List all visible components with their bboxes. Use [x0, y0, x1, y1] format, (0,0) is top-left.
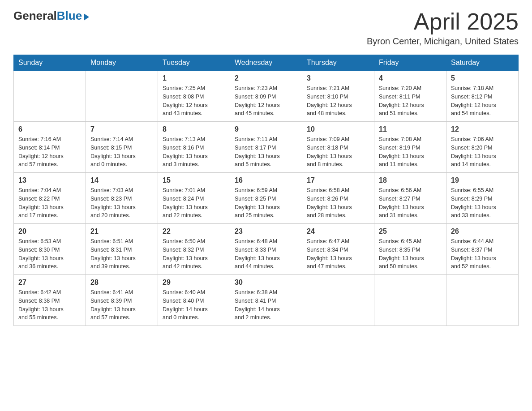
- weekday-header-saturday: Saturday: [446, 55, 519, 71]
- day-number: 11: [379, 125, 442, 133]
- day-info: Sunrise: 6:40 AMSunset: 8:40 PMDaylight:…: [163, 288, 225, 322]
- weekday-header-monday: Monday: [86, 55, 158, 71]
- calendar-cell: 9Sunrise: 7:11 AMSunset: 8:17 PMDaylight…: [230, 122, 302, 173]
- day-number: 30: [235, 278, 297, 287]
- logo-blue-part: Blue: [57, 9, 89, 23]
- day-info: Sunrise: 6:59 AMSunset: 8:25 PMDaylight:…: [235, 186, 297, 220]
- day-info: Sunrise: 6:42 AMSunset: 8:38 PMDaylight:…: [18, 288, 81, 322]
- calendar-cell: 12Sunrise: 7:06 AMSunset: 8:20 PMDayligh…: [446, 122, 519, 173]
- day-info: Sunrise: 7:14 AMSunset: 8:15 PMDaylight:…: [90, 135, 153, 169]
- calendar-week-row: 6Sunrise: 7:16 AMSunset: 8:14 PMDaylight…: [14, 122, 519, 173]
- day-number: 25: [379, 227, 442, 235]
- day-number: 3: [307, 74, 369, 82]
- calendar-cell: 13Sunrise: 7:04 AMSunset: 8:22 PMDayligh…: [14, 173, 86, 224]
- calendar-week-row: 13Sunrise: 7:04 AMSunset: 8:22 PMDayligh…: [14, 173, 519, 224]
- day-info: Sunrise: 6:41 AMSunset: 8:39 PMDaylight:…: [90, 288, 153, 322]
- calendar-cell: 21Sunrise: 6:51 AMSunset: 8:31 PMDayligh…: [86, 224, 158, 275]
- calendar-cell: [374, 275, 446, 326]
- day-info: Sunrise: 6:50 AMSunset: 8:32 PMDaylight:…: [163, 237, 225, 271]
- day-number: 21: [90, 227, 153, 235]
- location-title: Byron Center, Michigan, United States: [367, 36, 519, 47]
- day-number: 27: [18, 278, 81, 287]
- day-number: 12: [451, 125, 514, 133]
- day-info: Sunrise: 7:21 AMSunset: 8:10 PMDaylight:…: [307, 84, 369, 118]
- day-info: Sunrise: 7:03 AMSunset: 8:23 PMDaylight:…: [90, 186, 153, 220]
- day-number: 10: [307, 125, 369, 133]
- day-info: Sunrise: 7:08 AMSunset: 8:19 PMDaylight:…: [379, 135, 442, 169]
- day-number: 22: [163, 227, 225, 235]
- calendar-week-row: 1Sunrise: 7:25 AMSunset: 8:08 PMDaylight…: [14, 71, 519, 122]
- weekday-header-row: SundayMondayTuesdayWednesdayThursdayFrid…: [14, 55, 519, 71]
- calendar-cell: 29Sunrise: 6:40 AMSunset: 8:40 PMDayligh…: [158, 275, 230, 326]
- calendar-cell: [86, 71, 158, 122]
- day-info: Sunrise: 6:55 AMSunset: 8:29 PMDaylight:…: [451, 186, 514, 220]
- calendar-week-row: 20Sunrise: 6:53 AMSunset: 8:30 PMDayligh…: [14, 224, 519, 275]
- day-number: 9: [235, 125, 297, 133]
- logo-blue-text: Blue: [57, 9, 82, 23]
- calendar-cell: 15Sunrise: 7:01 AMSunset: 8:24 PMDayligh…: [158, 173, 230, 224]
- logo: General Blue: [13, 9, 89, 23]
- calendar-cell: 24Sunrise: 6:47 AMSunset: 8:34 PMDayligh…: [302, 224, 374, 275]
- calendar-week-row: 27Sunrise: 6:42 AMSunset: 8:38 PMDayligh…: [14, 275, 519, 326]
- weekday-header-tuesday: Tuesday: [158, 55, 230, 71]
- day-number: 14: [90, 176, 153, 184]
- day-number: 17: [307, 176, 369, 184]
- day-info: Sunrise: 7:18 AMSunset: 8:12 PMDaylight:…: [451, 84, 514, 118]
- logo-general-text: General: [13, 9, 57, 23]
- calendar-cell: 11Sunrise: 7:08 AMSunset: 8:19 PMDayligh…: [374, 122, 446, 173]
- calendar-table: SundayMondayTuesdayWednesdayThursdayFrid…: [13, 55, 519, 326]
- day-number: 13: [18, 176, 81, 184]
- calendar-cell: 19Sunrise: 6:55 AMSunset: 8:29 PMDayligh…: [446, 173, 519, 224]
- logo-arrow-icon: [84, 13, 89, 21]
- day-number: 5: [451, 74, 514, 82]
- calendar-cell: 17Sunrise: 6:58 AMSunset: 8:26 PMDayligh…: [302, 173, 374, 224]
- calendar-cell: 7Sunrise: 7:14 AMSunset: 8:15 PMDaylight…: [86, 122, 158, 173]
- day-number: 8: [163, 125, 225, 133]
- day-info: Sunrise: 6:45 AMSunset: 8:35 PMDaylight:…: [379, 237, 442, 271]
- day-number: 19: [451, 176, 514, 184]
- day-number: 18: [379, 176, 442, 184]
- calendar-cell: 23Sunrise: 6:48 AMSunset: 8:33 PMDayligh…: [230, 224, 302, 275]
- day-info: Sunrise: 6:44 AMSunset: 8:37 PMDaylight:…: [451, 237, 514, 271]
- day-number: 6: [18, 125, 81, 133]
- day-number: 20: [18, 227, 81, 235]
- day-info: Sunrise: 7:04 AMSunset: 8:22 PMDaylight:…: [18, 186, 81, 220]
- day-info: Sunrise: 6:56 AMSunset: 8:27 PMDaylight:…: [379, 186, 442, 220]
- calendar-cell: 20Sunrise: 6:53 AMSunset: 8:30 PMDayligh…: [14, 224, 86, 275]
- day-number: 16: [235, 176, 297, 184]
- calendar-cell: 10Sunrise: 7:09 AMSunset: 8:18 PMDayligh…: [302, 122, 374, 173]
- page-header: General Blue April 2025 Byron Center, Mi…: [13, 9, 519, 47]
- day-info: Sunrise: 6:48 AMSunset: 8:33 PMDaylight:…: [235, 237, 297, 271]
- weekday-header-wednesday: Wednesday: [230, 55, 302, 71]
- day-number: 23: [235, 227, 297, 235]
- logo-text: General Blue: [13, 9, 89, 23]
- day-number: 7: [90, 125, 153, 133]
- calendar-cell: 5Sunrise: 7:18 AMSunset: 8:12 PMDaylight…: [446, 71, 519, 122]
- day-number: 24: [307, 227, 369, 235]
- day-info: Sunrise: 6:58 AMSunset: 8:26 PMDaylight:…: [307, 186, 369, 220]
- calendar-cell: 28Sunrise: 6:41 AMSunset: 8:39 PMDayligh…: [86, 275, 158, 326]
- day-number: 26: [451, 227, 514, 235]
- weekday-header-thursday: Thursday: [302, 55, 374, 71]
- calendar-cell: 8Sunrise: 7:13 AMSunset: 8:16 PMDaylight…: [158, 122, 230, 173]
- title-section: April 2025 Byron Center, Michigan, Unite…: [367, 9, 519, 47]
- day-info: Sunrise: 6:53 AMSunset: 8:30 PMDaylight:…: [18, 237, 81, 271]
- day-number: 4: [379, 74, 442, 82]
- day-info: Sunrise: 6:51 AMSunset: 8:31 PMDaylight:…: [90, 237, 153, 271]
- day-number: 2: [235, 74, 297, 82]
- day-number: 15: [163, 176, 225, 184]
- day-info: Sunrise: 7:06 AMSunset: 8:20 PMDaylight:…: [451, 135, 514, 169]
- calendar-cell: 4Sunrise: 7:20 AMSunset: 8:11 PMDaylight…: [374, 71, 446, 122]
- calendar-cell: 18Sunrise: 6:56 AMSunset: 8:27 PMDayligh…: [374, 173, 446, 224]
- month-title: April 2025: [367, 9, 519, 34]
- day-info: Sunrise: 6:38 AMSunset: 8:41 PMDaylight:…: [235, 288, 297, 322]
- day-info: Sunrise: 7:13 AMSunset: 8:16 PMDaylight:…: [163, 135, 225, 169]
- calendar-cell: 26Sunrise: 6:44 AMSunset: 8:37 PMDayligh…: [446, 224, 519, 275]
- calendar-cell: 3Sunrise: 7:21 AMSunset: 8:10 PMDaylight…: [302, 71, 374, 122]
- day-info: Sunrise: 7:20 AMSunset: 8:11 PMDaylight:…: [379, 84, 442, 118]
- day-info: Sunrise: 7:23 AMSunset: 8:09 PMDaylight:…: [235, 84, 297, 118]
- day-info: Sunrise: 7:16 AMSunset: 8:14 PMDaylight:…: [18, 135, 81, 169]
- calendar-cell: 27Sunrise: 6:42 AMSunset: 8:38 PMDayligh…: [14, 275, 86, 326]
- weekday-header-friday: Friday: [374, 55, 446, 71]
- day-info: Sunrise: 7:25 AMSunset: 8:08 PMDaylight:…: [163, 84, 225, 118]
